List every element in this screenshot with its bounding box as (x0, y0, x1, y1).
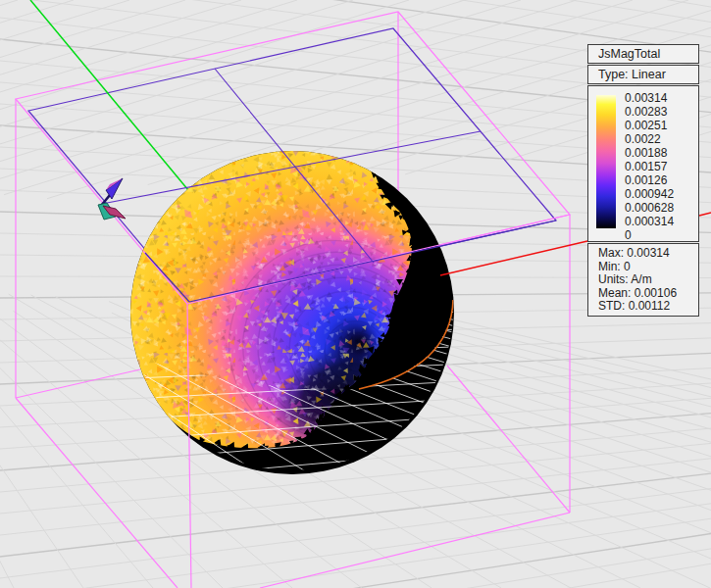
svg-text:0.000628: 0.000628 (625, 201, 674, 215)
svg-text:Units: A/m: Units: A/m (598, 272, 652, 286)
svg-text:0.00157: 0.00157 (625, 160, 668, 173)
svg-text:STD: 0.00112: STD: 0.00112 (598, 299, 670, 313)
svg-text:0.00283: 0.00283 (625, 105, 668, 119)
svg-text:0.0022: 0.0022 (625, 132, 661, 146)
svg-text:0.000942: 0.000942 (625, 187, 674, 201)
svg-text:Min: 0: Min: 0 (598, 260, 631, 273)
svg-text:0.00188: 0.00188 (625, 146, 668, 160)
svg-text:0.00126: 0.00126 (625, 173, 668, 187)
svg-text:0.00314: 0.00314 (625, 91, 668, 105)
svg-text:0.00251: 0.00251 (625, 119, 668, 132)
svg-text:0: 0 (625, 228, 632, 242)
svg-text:JsMagTotal: JsMagTotal (598, 47, 660, 61)
svg-text:Max: 0.00314: Max: 0.00314 (598, 246, 670, 260)
svg-text:Mean: 0.00106: Mean: 0.00106 (598, 286, 677, 300)
svg-text:0.000314: 0.000314 (625, 215, 674, 228)
svg-text:Type: Linear: Type: Linear (598, 68, 666, 81)
